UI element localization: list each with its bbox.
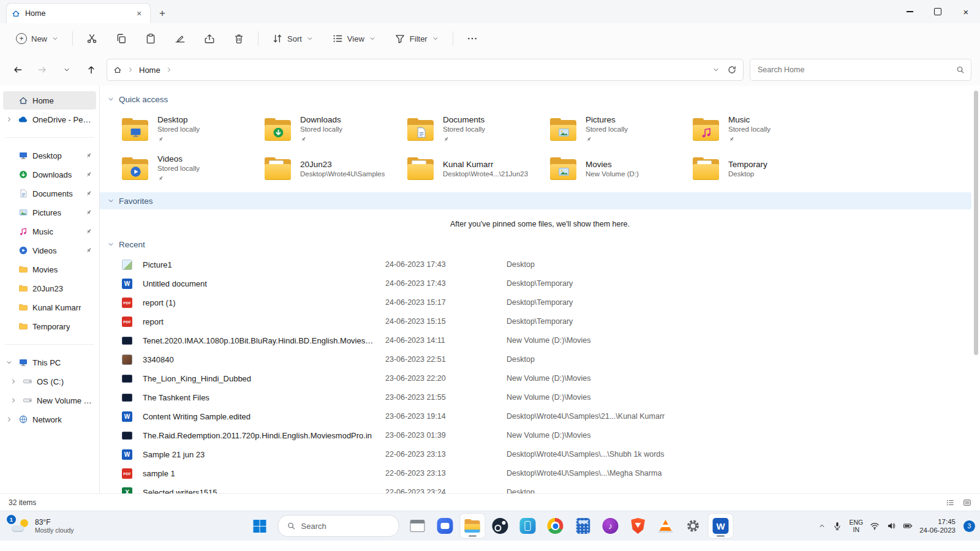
new-button[interactable]: + New	[11, 29, 64, 48]
search-input[interactable]	[756, 65, 956, 75]
recent-file-row[interactable]: W Untitled document 24-06-2023 17:43 Des…	[100, 274, 980, 293]
recent-file-row[interactable]: W Sample 21 jun 23 22-06-2023 23:13 Desk…	[100, 445, 980, 464]
tile-desktop[interactable]: DesktopStored locally	[118, 110, 261, 149]
calculator-button[interactable]	[571, 514, 595, 538]
recent-file-row[interactable]: PDF report 24-06-2023 15:15 Desktop\Temp…	[100, 312, 980, 331]
search-box[interactable]	[750, 59, 971, 81]
delete-button[interactable]	[228, 29, 249, 48]
tile-videos[interactable]: VideosStored locally	[118, 149, 261, 189]
vlc-button[interactable]	[654, 514, 678, 538]
weather-widget[interactable]: 1 83°F Mostly cloudy	[6, 514, 79, 538]
refresh-icon[interactable]	[727, 65, 737, 75]
tile-20jun23[interactable]: 20Jun23Desktop\Wrote4U\Samples	[261, 149, 404, 189]
explorer-tab-home[interactable]: Home ×	[6, 3, 151, 23]
wifi-icon[interactable]	[870, 521, 880, 531]
recent-file-row[interactable]: The_Lion_King_Hindi_Dubbed 23-06-2023 22…	[100, 369, 980, 388]
recent-file-row[interactable]: PDF report (1) 24-06-2023 15:17 Desktop\…	[100, 293, 980, 312]
minimize-button[interactable]	[895, 0, 924, 23]
chevron-right-icon[interactable]	[10, 378, 17, 385]
tray-chevron-up-icon[interactable]	[818, 522, 826, 530]
settings-button[interactable]	[681, 514, 706, 538]
vertical-scrollbar[interactable]	[974, 91, 978, 355]
copy-button[interactable]	[111, 29, 132, 48]
sidebar-item-pictures[interactable]: Pictures	[3, 203, 96, 222]
sidebar-item-onedrive[interactable]: OneDrive - Persona	[3, 110, 96, 129]
back-button[interactable]	[9, 61, 27, 79]
sidebar-item-os-c[interactable]: OS (C:)	[7, 372, 96, 391]
sidebar-item-20jun23[interactable]: 20Jun23	[3, 279, 96, 298]
recent-locations-button[interactable]	[58, 61, 76, 79]
word-button[interactable]: W	[709, 514, 733, 538]
recent-file-row[interactable]: The.Raid.Redemption.2011.720p.Hindi.Engl…	[100, 426, 980, 445]
recent-section-header[interactable]: Recent	[100, 236, 980, 253]
taskbar-search[interactable]: Search	[278, 515, 399, 537]
recent-file-row[interactable]: Tenet.2020.IMAX.1080p.10Bit.BluRay.Hindi…	[100, 331, 980, 350]
new-tab-button[interactable]: +	[154, 6, 170, 21]
up-button[interactable]	[82, 61, 100, 79]
address-bar[interactable]: Home	[107, 59, 744, 81]
view-button[interactable]: View	[327, 29, 381, 48]
recent-file-row[interactable]: W Content Writing Sample.edited 23-06-20…	[100, 407, 980, 426]
large-thumbnails-view-icon[interactable]	[963, 498, 971, 507]
sidebar-item-home[interactable]: Home	[3, 91, 96, 110]
recent-file-row[interactable]: PDF sample 1 22-06-2023 23:13 Desktop\Wr…	[100, 464, 980, 483]
share-button[interactable]	[199, 29, 220, 48]
tile-temporary[interactable]: TemporaryDesktop	[689, 149, 832, 189]
sidebar-item-temporary[interactable]: Temporary	[3, 317, 96, 335]
app-window-button[interactable]	[405, 514, 430, 538]
rename-button[interactable]	[170, 29, 190, 48]
brave-button[interactable]	[626, 514, 650, 538]
sidebar-item-downloads[interactable]: Downloads	[3, 165, 96, 184]
more-options-button[interactable]	[462, 29, 483, 48]
chevron-right-icon[interactable]	[10, 397, 17, 404]
sidebar-item-movies[interactable]: Movies	[3, 260, 96, 279]
phone-link-button[interactable]	[516, 514, 540, 538]
cut-button[interactable]	[81, 29, 102, 48]
details-view-icon[interactable]	[946, 498, 954, 507]
favorites-section-header[interactable]: Favorites	[100, 192, 971, 209]
quick-access-section-header[interactable]: Quick access	[100, 91, 980, 108]
microphone-icon[interactable]	[832, 521, 842, 531]
chevron-right-icon[interactable]	[6, 416, 13, 423]
tile-movies[interactable]: MoviesNew Volume (D:)	[546, 149, 689, 189]
tile-music[interactable]: MusicStored locally	[689, 110, 832, 149]
chrome-button[interactable]	[543, 514, 568, 538]
maximize-button[interactable]	[924, 0, 952, 23]
sidebar-item-network[interactable]: Network	[3, 410, 96, 429]
chevron-right-icon[interactable]	[6, 116, 13, 123]
forward-button[interactable]	[33, 61, 51, 79]
clock[interactable]: 17:45 24-06-2023	[919, 517, 956, 534]
tile-kunal-kumarr[interactable]: Kunal KumarrDesktop\Wrote4...\21Jun23	[404, 149, 546, 189]
notification-badge[interactable]: 3	[963, 520, 975, 532]
tab-close-icon[interactable]: ×	[133, 7, 145, 20]
chat-button[interactable]	[433, 514, 458, 538]
battery-icon[interactable]	[903, 521, 913, 531]
recent-file-row[interactable]: X Selected writers1515 22-06-2023 23:24 …	[100, 483, 980, 493]
recent-file-row[interactable]: The Tashkent Files 23-06-2023 21:55 New …	[100, 388, 980, 407]
paste-button[interactable]	[140, 29, 161, 48]
sidebar-item-videos[interactable]: Videos	[3, 241, 96, 260]
sidebar-item-music[interactable]: Music	[3, 222, 96, 241]
sort-button[interactable]: Sort	[267, 29, 318, 48]
sidebar-item-new-volume-d[interactable]: New Volume (D:)	[7, 391, 96, 410]
recent-file-row[interactable]: 3340840 23-06-2023 22:51 Desktop	[100, 350, 980, 369]
steam-button[interactable]	[488, 514, 513, 538]
recent-file-row[interactable]: Picture1 24-06-2023 17:43 Desktop	[100, 255, 980, 274]
sidebar-item-desktop[interactable]: Desktop	[3, 146, 96, 165]
sidebar-item-this-pc[interactable]: This PC	[3, 353, 96, 372]
address-dropdown-icon[interactable]	[712, 66, 720, 73]
sidebar-item-documents[interactable]: Documents	[3, 184, 96, 203]
file-explorer-button[interactable]	[461, 514, 485, 538]
sidebar-item-kunal-kumarr[interactable]: Kunal Kumarr	[3, 298, 96, 317]
tile-documents[interactable]: DocumentsStored locally	[404, 110, 546, 149]
speaker-icon[interactable]	[886, 521, 896, 531]
breadcrumb[interactable]: Home	[139, 66, 160, 75]
tile-downloads[interactable]: DownloadsStored locally	[261, 110, 404, 149]
language-indicator[interactable]: ENG IN	[849, 519, 863, 533]
start-button[interactable]	[247, 514, 272, 538]
close-button[interactable]: ×	[952, 0, 980, 23]
media-app-button[interactable]: ♪	[598, 514, 623, 538]
tile-pictures[interactable]: PicturesStored locally	[546, 110, 689, 149]
filter-button[interactable]: Filter	[390, 29, 444, 48]
chevron-down-icon[interactable]	[6, 359, 13, 366]
